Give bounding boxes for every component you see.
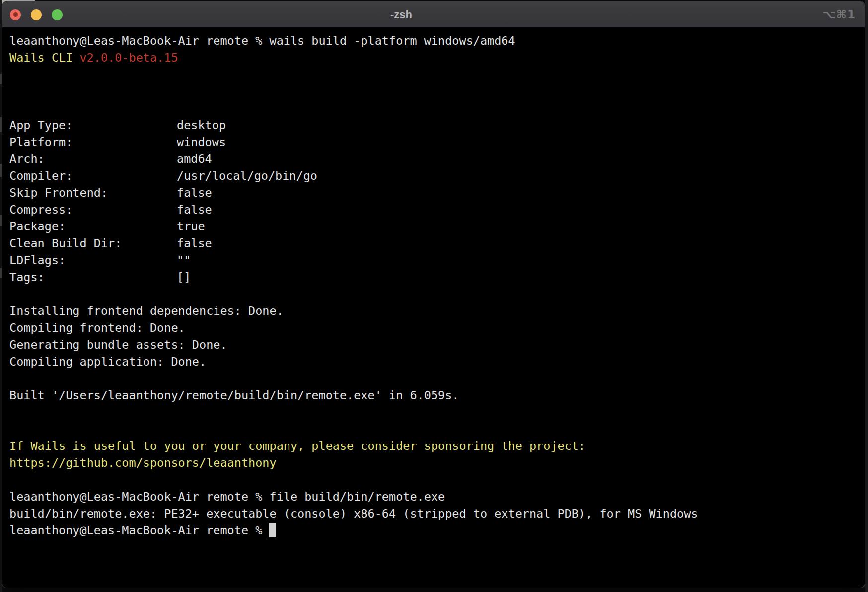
built-text: Built '/Users/leaanthony/remote/build/bi…: [9, 388, 459, 402]
config-row: Package:true: [9, 218, 865, 235]
config-value: false: [177, 203, 212, 217]
progress-text: Generating bundle assets: Done.: [9, 338, 227, 352]
sponsor-url[interactable]: https://github.com/sponsors/leaanthony: [9, 456, 277, 470]
config-label: Skip Frontend:: [9, 184, 177, 201]
terminal-window: -zsh ⌥⌘1 leaanthony@Leas-MacBook-Air rem…: [2, 1, 865, 588]
config-value: false: [177, 186, 212, 200]
file-output-line: build/bin/remote.exe: PE32+ executable (…: [9, 505, 865, 522]
config-row: Platform:windows: [9, 134, 865, 150]
config-label: Compiler:: [9, 167, 177, 184]
wails-cli-label: Wails CLI: [9, 51, 79, 65]
config-label: Arch:: [9, 150, 177, 167]
terminal-content[interactable]: leaanthony@Leas-MacBook-Air remote % wai…: [2, 28, 865, 588]
config-value: false: [177, 236, 212, 250]
command-text: leaanthony@Leas-MacBook-Air remote % wai…: [9, 34, 515, 48]
config-label: Package:: [9, 218, 177, 235]
prompt-line: leaanthony@Leas-MacBook-Air remote %: [9, 522, 865, 539]
command-line: leaanthony@Leas-MacBook-Air remote % fil…: [9, 488, 865, 505]
progress-text: Compiling frontend: Done.: [9, 321, 185, 335]
config-label: Compress:: [9, 201, 177, 218]
config-value: true: [177, 220, 205, 233]
sponsor-text: If Wails is useful to you or your compan…: [9, 439, 585, 453]
progress-text: Compiling application: Done.: [9, 355, 206, 369]
config-value: "": [177, 253, 191, 267]
config-value: amd64: [177, 152, 212, 166]
progress-line: Installing frontend dependencies: Done.: [9, 302, 865, 319]
tab-shortcut-label: ⌥⌘1: [822, 1, 856, 28]
config-label: Platform:: [9, 134, 177, 150]
command-text: leaanthony@Leas-MacBook-Air remote % fil…: [9, 490, 445, 504]
progress-line: Compiling application: Done.: [9, 353, 865, 370]
window-controls: [10, 1, 63, 28]
config-label: App Type:: [9, 117, 177, 134]
config-row: LDFlags:"": [9, 252, 865, 269]
config-value: []: [177, 270, 191, 284]
progress-text: Installing frontend dependencies: Done.: [9, 304, 284, 318]
config-value: windows: [177, 135, 226, 149]
built-line: Built '/Users/leaanthony/remote/build/bi…: [9, 387, 865, 404]
config-row: Arch:amd64: [9, 150, 865, 167]
config-label: Tags:: [9, 269, 177, 286]
config-value: /usr/local/go/bin/go: [177, 169, 317, 183]
config-row: Skip Frontend:false: [9, 184, 865, 201]
progress-line: Compiling frontend: Done.: [9, 319, 865, 336]
window-title: -zsh: [390, 1, 412, 28]
config-row: Compiler:/usr/local/go/bin/go: [9, 167, 865, 184]
titlebar[interactable]: -zsh ⌥⌘1: [2, 1, 865, 28]
background-window-sliver-right: [865, 0, 868, 592]
sponsor-url-line: https://github.com/sponsors/leaanthony: [9, 454, 865, 471]
wails-version: v2.0.0-beta.15: [79, 51, 178, 65]
config-label: Clean Build Dir:: [9, 235, 177, 252]
terminal-cursor: [269, 523, 276, 537]
config-row: App Type:desktop: [9, 117, 865, 134]
prompt-text: leaanthony@Leas-MacBook-Air remote %: [9, 523, 269, 537]
wails-banner-line: Wails CLI v2.0.0-beta.15: [9, 49, 865, 66]
config-row: Tags:[]: [9, 269, 865, 286]
minimize-button[interactable]: [31, 9, 42, 20]
config-value: desktop: [177, 118, 226, 132]
progress-line: Generating bundle assets: Done.: [9, 336, 865, 353]
zoom-button[interactable]: [52, 9, 63, 20]
sponsor-message-line: If Wails is useful to you or your compan…: [9, 438, 865, 454]
command-line: leaanthony@Leas-MacBook-Air remote % wai…: [9, 32, 865, 49]
config-row: Clean Build Dir:false: [9, 235, 865, 252]
unsaved-dot-icon: [13, 12, 18, 17]
file-output-text: build/bin/remote.exe: PE32+ executable (…: [9, 507, 698, 520]
close-button[interactable]: [10, 9, 21, 20]
config-label: LDFlags:: [9, 252, 177, 269]
config-row: Compress:false: [9, 201, 865, 218]
